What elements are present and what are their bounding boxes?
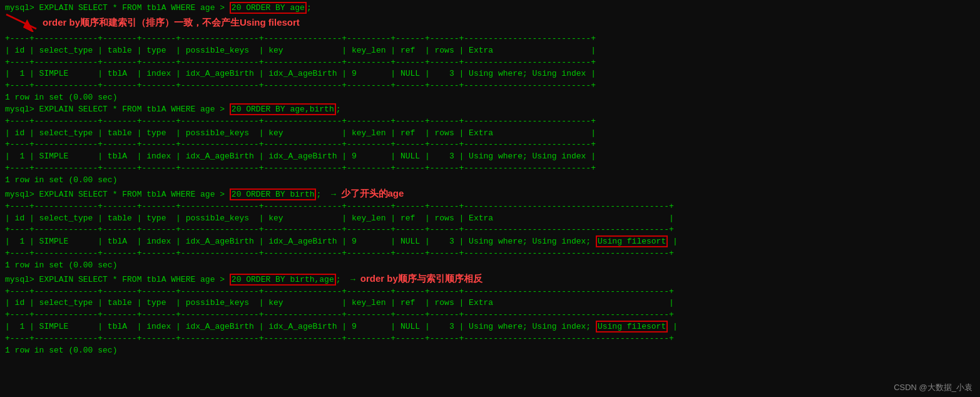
- block3-prompt: mysql> EXPLAIN SELECT * FROM tblA WHERE …: [5, 187, 975, 201]
- block3-highlight: 20 ORDER BY birth: [230, 188, 317, 200]
- block3-row-suffix: |: [668, 237, 678, 246]
- block1-header: | id | select_type | table | type | poss…: [5, 45, 975, 57]
- block4-row-prefix: | 1 | SIMPLE | tblA | index | idx_A_ageB…: [5, 322, 596, 331]
- block3-header: | id | select_type | table | type | poss…: [5, 213, 975, 225]
- block3-row: | 1 | SIMPLE | tblA | index | idx_A_ageB…: [5, 236, 975, 248]
- block1-suffix: ;: [307, 3, 312, 13]
- block4-sep3: +----+-------------+-------+-------+----…: [5, 333, 975, 345]
- block4-prompt: mysql> EXPLAIN SELECT * FROM tblA WHERE …: [5, 272, 975, 286]
- block3: mysql> EXPLAIN SELECT * FROM tblA WHERE …: [5, 187, 975, 272]
- terminal: mysql> EXPLAIN SELECT * FROM tblA WHERE …: [0, 0, 980, 359]
- block2-row: | 1 | SIMPLE | tblA | index | idx_A_ageB…: [5, 151, 975, 163]
- block2-prompt-text: mysql> EXPLAIN SELECT * FROM tblA WHERE …: [5, 105, 230, 114]
- block3-sep3: +----+-------------+-------+-------+----…: [5, 248, 975, 260]
- block3-suffix: ;: [316, 190, 321, 199]
- block3-sep2: +----+-------------+-------+-------+----…: [5, 224, 975, 236]
- block2-header: | id | select_type | table | type | poss…: [5, 128, 975, 140]
- block4-header: | id | select_type | table | type | poss…: [5, 297, 975, 309]
- block4-sep2: +----+-------------+-------+-------+----…: [5, 309, 975, 321]
- block3-rowcount: 1 row in set (0.00 sec): [5, 260, 975, 272]
- block2-sep1: +----+-------------+-------+-------+----…: [5, 116, 975, 128]
- block2-rowcount: 1 row in set (0.00 sec): [5, 175, 975, 187]
- block2-suffix: ;: [336, 105, 341, 114]
- block4-row-suffix: |: [668, 322, 678, 331]
- block2-highlight: 20 ORDER BY age,birth: [230, 103, 336, 115]
- block1-arrow: [5, 13, 43, 32]
- block3-sep1: +----+-------------+-------+-------+----…: [5, 201, 975, 213]
- block4-filesort: Using filesort: [596, 321, 668, 333]
- block1-row: | 1 | SIMPLE | tblA | index | idx_A_ageB…: [5, 68, 975, 80]
- block2: mysql> EXPLAIN SELECT * FROM tblA WHERE …: [5, 104, 975, 187]
- block2-sep2: +----+-------------+-------+-------+----…: [5, 139, 975, 151]
- block3-filesort: Using filesort: [596, 235, 668, 247]
- block4-sep1: +----+-------------+-------+-------+----…: [5, 286, 975, 298]
- svg-line-1: [6, 14, 36, 29]
- block4-row: | 1 | SIMPLE | tblA | index | idx_A_ageB…: [5, 321, 975, 333]
- block1-rowcount: 1 row in set (0.00 sec): [5, 92, 975, 104]
- block1-highlight: 20 ORDER BY age: [230, 2, 307, 14]
- block4-prompt-text: mysql> EXPLAIN SELECT * FROM tblA WHERE …: [5, 275, 230, 284]
- block3-row-prefix: | 1 | SIMPLE | tblA | index | idx_A_ageB…: [5, 237, 596, 246]
- block4-suffix: ;: [336, 275, 341, 284]
- block3-prompt-text: mysql> EXPLAIN SELECT * FROM tblA WHERE …: [5, 190, 230, 199]
- block4-highlight: 20 ORDER BY birth,age: [230, 274, 336, 286]
- block1: mysql> EXPLAIN SELECT * FROM tblA WHERE …: [5, 3, 975, 104]
- watermark: CSDN @大数据_小袁: [894, 382, 972, 393]
- block4-annotation: order by顺序与索引顺序相反: [360, 273, 482, 284]
- block2-prompt: mysql> EXPLAIN SELECT * FROM tblA WHERE …: [5, 104, 975, 116]
- block1-prompt: mysql> EXPLAIN SELECT * FROM tblA WHERE …: [5, 3, 975, 33]
- block1-sep3: +----+-------------+-------+-------+----…: [5, 80, 975, 92]
- block4: mysql> EXPLAIN SELECT * FROM tblA WHERE …: [5, 272, 975, 357]
- block1-annotation: order by顺序和建索引（排序）一致，不会产生Using filesort: [43, 17, 300, 28]
- block1-prompt-text: mysql> EXPLAIN SELECT * FROM tblA WHERE …: [5, 3, 230, 13]
- block1-sep2: +----+-------------+-------+-------+----…: [5, 57, 975, 69]
- block3-annotation: 少了开头的age: [341, 188, 404, 198]
- block1-sep1: +----+-------------+-------+-------+----…: [5, 33, 975, 45]
- block2-sep3: +----+-------------+-------+-------+----…: [5, 163, 975, 175]
- block4-rowcount: 1 row in set (0.00 sec): [5, 345, 975, 357]
